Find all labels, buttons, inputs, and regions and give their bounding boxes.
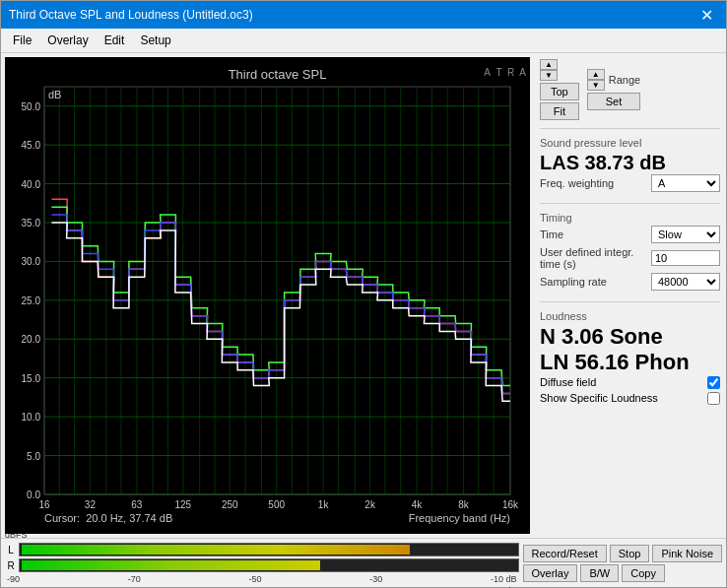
- loudness-section: Loudness N 3.06 Sone LN 56.16 Phon Diffu…: [540, 310, 720, 408]
- loudness-ln-value: LN 56.16 Phon: [540, 350, 720, 375]
- top-up-button[interactable]: ▲: [540, 59, 558, 70]
- bottom-buttons: Record/Reset Stop Pink Noise Overlay B/W…: [523, 545, 722, 582]
- meter-l-label: L: [5, 545, 17, 555]
- tick-2: -70: [128, 574, 141, 584]
- top-button[interactable]: Top: [540, 83, 579, 100]
- meter-section: dBFS L R -90 -70 -50 -30 -10 dB: [5, 530, 519, 588]
- menu-file[interactable]: File: [5, 31, 39, 50]
- main-content: ARTA ▲ ▼ Top Fit ▲ ▼: [1, 53, 726, 538]
- divider-1: [540, 128, 720, 129]
- diffuse-field-row: Diffuse field: [540, 376, 720, 389]
- user-integr-label: User defined integr. time (s): [540, 246, 651, 270]
- bw-button[interactable]: B/W: [580, 564, 619, 582]
- menu-overlay[interactable]: Overlay: [39, 31, 96, 50]
- spl-section-label: Sound pressure level: [540, 137, 720, 149]
- menu-edit[interactable]: Edit: [97, 31, 133, 50]
- set-button[interactable]: Set: [587, 93, 640, 110]
- show-specific-row: Show Specific Loudness: [540, 392, 720, 405]
- meter-l-bar: [19, 543, 519, 556]
- pink-noise-button[interactable]: Pink Noise: [652, 545, 722, 562]
- title-bar: Third Octave SPL and Loudness (Untitled.…: [1, 1, 726, 29]
- top-spinners: ▲ ▼: [540, 59, 579, 81]
- chart-area: ARTA: [5, 57, 530, 534]
- freq-weighting-select[interactable]: A B C Z: [651, 174, 720, 192]
- close-button[interactable]: ✕: [694, 3, 718, 27]
- meter-ticks-row1: -90 -70 -50 -30 -10 dB: [5, 574, 519, 584]
- time-row: Time Slow Fast: [540, 226, 720, 243]
- nav-controls: ▲ ▼ Top Fit ▲ ▼ Range Set: [540, 59, 720, 120]
- tick-3: -50: [248, 574, 261, 584]
- tick-5: -10 dB: [491, 574, 517, 584]
- time-label: Time: [540, 229, 563, 240]
- meter-l-row: L: [5, 543, 519, 556]
- range-spinners: ▲ ▼: [587, 69, 605, 91]
- diffuse-field-label: Diffuse field: [540, 376, 596, 388]
- fit-button[interactable]: Fit: [540, 102, 579, 120]
- user-integr-row: User defined integr. time (s) 10: [540, 246, 720, 270]
- time-select[interactable]: Slow Fast: [651, 226, 720, 243]
- meter-r-fill: [22, 560, 320, 570]
- tick-1: -90: [7, 574, 20, 584]
- top-nav-group: ▲ ▼ Top Fit: [540, 59, 579, 120]
- freq-weighting-row: Freq. weighting A B C Z: [540, 174, 720, 192]
- right-panel: ▲ ▼ Top Fit ▲ ▼ Range Set: [534, 53, 726, 538]
- range-nav-group: ▲ ▼ Range Set: [587, 69, 640, 110]
- stop-button[interactable]: Stop: [610, 545, 650, 562]
- sampling-rate-row: Sampling rate 48000 44100: [540, 273, 720, 291]
- divider-2: [540, 203, 720, 204]
- meter-r-bar: [19, 558, 519, 572]
- show-specific-label: Show Specific Loudness: [540, 392, 658, 404]
- menu-setup[interactable]: Setup: [132, 31, 178, 50]
- btn-row-1: Record/Reset Stop Pink Noise: [523, 545, 722, 562]
- diffuse-field-checkbox[interactable]: [707, 376, 720, 389]
- loudness-section-label: Loudness: [540, 310, 720, 322]
- chart-canvas: [5, 57, 530, 534]
- loudness-n-value: N 3.06 Sone: [540, 324, 720, 350]
- spl-value: LAS 38.73 dB: [540, 151, 720, 174]
- menu-bar: File Overlay Edit Setup: [1, 29, 726, 53]
- timing-section-label: Timing: [540, 212, 720, 224]
- spl-section: Sound pressure level LAS 38.73 dB Freq. …: [540, 137, 720, 195]
- btn-row-2: Overlay B/W Copy: [523, 564, 722, 582]
- arta-label: ARTA: [481, 67, 528, 79]
- meter-r-label: R: [5, 560, 17, 571]
- divider-3: [540, 301, 720, 302]
- copy-button[interactable]: Copy: [622, 564, 665, 582]
- meter-l-fill: [22, 545, 410, 555]
- overlay-button[interactable]: Overlay: [523, 564, 578, 582]
- tick-4: -30: [369, 574, 382, 584]
- window-title: Third Octave SPL and Loudness (Untitled.…: [9, 8, 253, 22]
- range-up-button[interactable]: ▲: [587, 69, 605, 80]
- bottom-bar: dBFS L R -90 -70 -50 -30 -10 dB: [1, 538, 726, 587]
- sampling-rate-select[interactable]: 48000 44100: [651, 273, 720, 291]
- top-down-button[interactable]: ▼: [540, 70, 558, 81]
- timing-section: Timing Time Slow Fast User defined integ…: [540, 212, 720, 294]
- record-reset-button[interactable]: Record/Reset: [523, 545, 607, 562]
- show-specific-checkbox[interactable]: [707, 392, 720, 405]
- meter-r-row: R: [5, 558, 519, 572]
- range-label: Range: [609, 74, 640, 86]
- user-integr-input[interactable]: 10: [651, 250, 720, 266]
- freq-weighting-label: Freq. weighting: [540, 177, 614, 189]
- sampling-rate-label: Sampling rate: [540, 276, 607, 288]
- main-window: Third Octave SPL and Loudness (Untitled.…: [0, 0, 727, 588]
- range-down-button[interactable]: ▼: [587, 80, 605, 91]
